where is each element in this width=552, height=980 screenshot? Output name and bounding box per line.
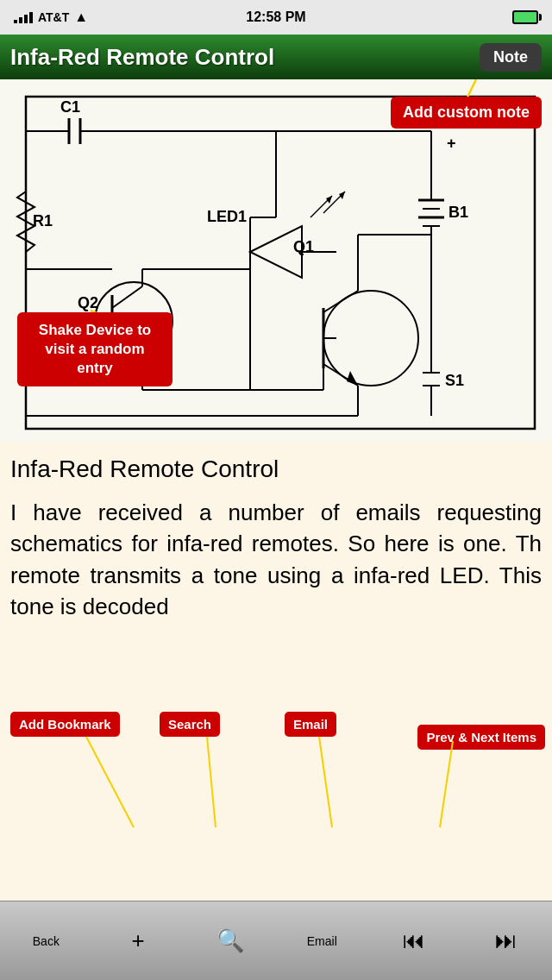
prevnext-tooltip: Prev & Next Items: [417, 725, 545, 750]
toolbar-arrows: [0, 728, 552, 918]
svg-text:+: +: [447, 135, 456, 152]
email-label: Email: [307, 934, 337, 948]
svg-line-65: [207, 737, 216, 827]
content-title: Infa-Red Remote Control: [10, 455, 542, 483]
back-label: Back: [33, 934, 60, 948]
svg-text:Q2: Q2: [78, 294, 98, 311]
wifi-icon: ▲: [74, 9, 88, 25]
status-time: 12:58 PM: [246, 9, 305, 25]
circuit-svg: C1 R1 LED1 Q2: [0, 79, 552, 442]
app-header: Infa-Red Remote Control Note: [0, 35, 552, 79]
back-button[interactable]: Back: [16, 934, 76, 948]
add-note-tooltip: Add custom note: [391, 97, 542, 129]
search-icon: 🔍: [216, 927, 244, 954]
svg-text:B1: B1: [448, 204, 468, 221]
svg-text:Q1: Q1: [293, 238, 314, 255]
toolbar: Back + 🔍 Email ⏮ ⏭: [0, 901, 552, 980]
next-button[interactable]: ⏭: [476, 927, 536, 954]
status-left: AT&T ▲: [14, 9, 88, 25]
svg-line-64: [86, 737, 134, 827]
carrier-label: AT&T: [38, 10, 69, 24]
status-right: [512, 10, 538, 24]
content-area: Infa-Red Remote Control I have received …: [0, 442, 552, 918]
add-bookmark-tooltip: Add Bookmark: [10, 712, 120, 737]
svg-line-67: [440, 741, 453, 827]
svg-text:S1: S1: [445, 372, 464, 389]
svg-line-66: [319, 737, 332, 827]
prev-icon: ⏮: [403, 927, 425, 954]
svg-text:LED1: LED1: [207, 208, 247, 225]
shake-device-tooltip: Shake Device to visit a random entry: [17, 312, 172, 386]
svg-text:R1: R1: [33, 212, 53, 229]
add-button[interactable]: +: [108, 927, 168, 954]
prev-button[interactable]: ⏮: [384, 927, 444, 954]
content-body: I have received a number of emails reque…: [10, 497, 542, 623]
signal-bars: [14, 12, 33, 23]
email-tooltip: Email: [285, 712, 336, 737]
status-bar: AT&T ▲ 12:58 PM: [0, 0, 552, 35]
battery-icon: [512, 10, 538, 24]
page-title: Infa-Red Remote Control: [10, 44, 274, 71]
note-button[interactable]: Note: [480, 43, 542, 72]
signal-bar-3: [24, 15, 28, 23]
content-text: I have received a number of emails reque…: [10, 499, 542, 619]
signal-bar-4: [29, 12, 33, 23]
signal-bar-2: [19, 17, 22, 23]
search-button[interactable]: 🔍: [200, 927, 260, 954]
circuit-diagram: C1 R1 LED1 Q2: [0, 79, 552, 442]
signal-bar-1: [14, 20, 17, 23]
add-icon: +: [131, 927, 144, 954]
email-button[interactable]: Email: [292, 934, 352, 948]
next-icon: ⏭: [495, 927, 518, 954]
search-tooltip: Search: [160, 712, 220, 737]
svg-text:C1: C1: [60, 98, 80, 116]
